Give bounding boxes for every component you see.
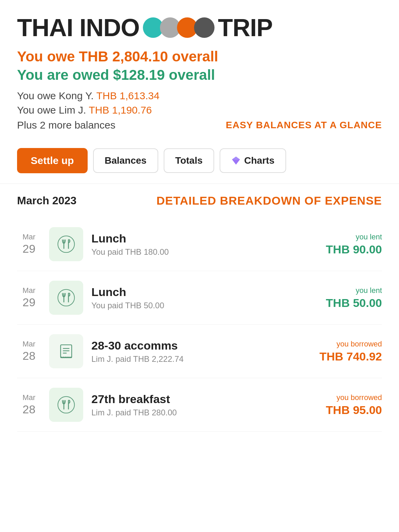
expense-month: Mar: [17, 233, 41, 241]
svg-point-5: [58, 290, 75, 306]
expense-amount: you borrowed THB 95.00: [326, 393, 382, 417]
balance-item-kong: You owe Kong Y. THB 1,613.34: [17, 90, 382, 102]
amount-value: THB 95.00: [326, 403, 382, 417]
expense-info: 27th breakfast Lim J. paid THB 280.00: [91, 393, 318, 417]
amount-value: THB 50.00: [326, 296, 382, 310]
charts-label: Charts: [244, 155, 275, 166]
expense-date: Mar 28: [17, 340, 41, 363]
title-right: TRIP: [218, 14, 272, 42]
owe-overall: You owe THB 2,804.10 overall: [17, 48, 382, 65]
breakdown-label: DETAILED BREAKDOWN OF EXPENSE: [157, 194, 382, 207]
expense-day: 28: [17, 349, 41, 363]
amount-label: you borrowed: [320, 340, 382, 349]
balances-button[interactable]: Balances: [93, 148, 158, 173]
expense-item[interactable]: Mar 28 28-30 accomms Lim J. paid THB 2,2…: [17, 325, 382, 378]
fork-knife-icon: [57, 235, 75, 253]
expense-day: 29: [17, 295, 41, 309]
expense-item[interactable]: Mar 28 27th breakfast Lim J. paid THB 28…: [17, 378, 382, 432]
expense-item[interactable]: Mar 29 Lunch You paid THB 180.00 you len…: [17, 218, 382, 271]
darkgray-circle: [194, 17, 215, 38]
expense-paid-by: You paid THB 180.00: [91, 247, 318, 257]
balances-label: Balances: [105, 155, 147, 166]
expense-name: Lunch: [91, 232, 318, 245]
expense-date: Mar 29: [17, 233, 41, 255]
expense-icon: [49, 388, 83, 422]
svg-point-12: [58, 397, 75, 413]
charts-button[interactable]: Charts: [220, 148, 286, 173]
balance-footer: Plus 2 more balances EASY BALANCES AT A …: [17, 119, 382, 131]
expense-month: Mar: [17, 286, 41, 295]
expense-month: Mar: [17, 340, 41, 349]
action-bar: Settle up Balances Totals Charts: [0, 138, 399, 184]
expense-name: 28-30 accomms: [91, 339, 311, 352]
title-left: THAI INDO: [17, 14, 139, 42]
expense-date: Mar 29: [17, 286, 41, 309]
amount-label: you lent: [326, 233, 382, 241]
svg-point-2: [58, 236, 75, 253]
header-section: THAI INDO TRIP You owe THB 2,804.10 over…: [0, 0, 399, 138]
expense-date: Mar 28: [17, 393, 41, 416]
expense-name: 27th breakfast: [91, 393, 318, 406]
easy-balances-label: EASY BALANCES AT A GLANCE: [226, 120, 382, 131]
expense-amount: you lent THB 90.00: [326, 233, 382, 256]
balance-item-lim: You owe Lim J. THB 1,190.76: [17, 104, 382, 116]
balance-details: You owe Kong Y. THB 1,613.34 You owe Lim…: [17, 90, 382, 116]
expense-paid-by: Lim J. paid THB 2,222.74: [91, 354, 311, 364]
balance-kong-text: You owe Kong Y.: [17, 90, 96, 101]
expense-icon: [49, 227, 83, 261]
expense-name: Lunch: [91, 285, 318, 299]
diamond-icon: [231, 156, 241, 165]
expense-item[interactable]: Mar 29 Lunch You paid THB 50.00 you lent…: [17, 271, 382, 325]
owe-summary: You owe THB 2,804.10 overall You are owe…: [17, 48, 382, 83]
title-circles: [143, 17, 215, 38]
fork-knife-icon: [57, 396, 75, 414]
totals-button[interactable]: Totals: [164, 148, 214, 173]
expense-day: 29: [17, 242, 41, 256]
amount-label: you lent: [326, 286, 382, 295]
owed-overall: You are owed $128.19 overall: [17, 67, 382, 83]
settle-up-button[interactable]: Settle up: [17, 148, 88, 173]
more-balances: Plus 2 more balances: [17, 119, 116, 131]
expense-icon: [49, 334, 83, 368]
expense-info: Lunch You paid THB 180.00: [91, 232, 318, 257]
app-title: THAI INDO TRIP: [17, 14, 382, 42]
balance-lim-text: You owe Lim J.: [17, 104, 89, 116]
expense-paid-by: You paid THB 50.00: [91, 301, 318, 310]
amount-value: THB 740.92: [320, 350, 382, 363]
balance-kong-amount: THB 1,613.34: [96, 90, 159, 101]
totals-label: Totals: [175, 155, 203, 166]
expense-amount: you borrowed THB 740.92: [320, 340, 382, 363]
fork-knife-icon: [57, 289, 75, 307]
expense-paid-by: Lim J. paid THB 280.00: [91, 408, 318, 417]
svg-rect-8: [61, 345, 72, 358]
expense-list: Mar 29 Lunch You paid THB 180.00 you len…: [0, 218, 399, 432]
expense-icon: [49, 281, 83, 315]
expense-month: Mar: [17, 393, 41, 402]
expense-info: Lunch You paid THB 50.00: [91, 285, 318, 310]
month-header: March 2023 DETAILED BREAKDOWN OF EXPENSE: [17, 194, 382, 207]
expense-amount: you lent THB 50.00: [326, 286, 382, 310]
amount-value: THB 90.00: [326, 243, 382, 256]
month-label: March 2023: [17, 194, 76, 207]
expense-day: 28: [17, 402, 41, 416]
expense-info: 28-30 accomms Lim J. paid THB 2,222.74: [91, 339, 311, 364]
month-section: March 2023 DETAILED BREAKDOWN OF EXPENSE: [0, 184, 399, 207]
balance-lim-amount: THB 1,190.76: [89, 104, 152, 116]
receipt-icon: [57, 342, 75, 360]
amount-label: you borrowed: [326, 393, 382, 402]
svg-marker-1: [232, 157, 240, 160]
